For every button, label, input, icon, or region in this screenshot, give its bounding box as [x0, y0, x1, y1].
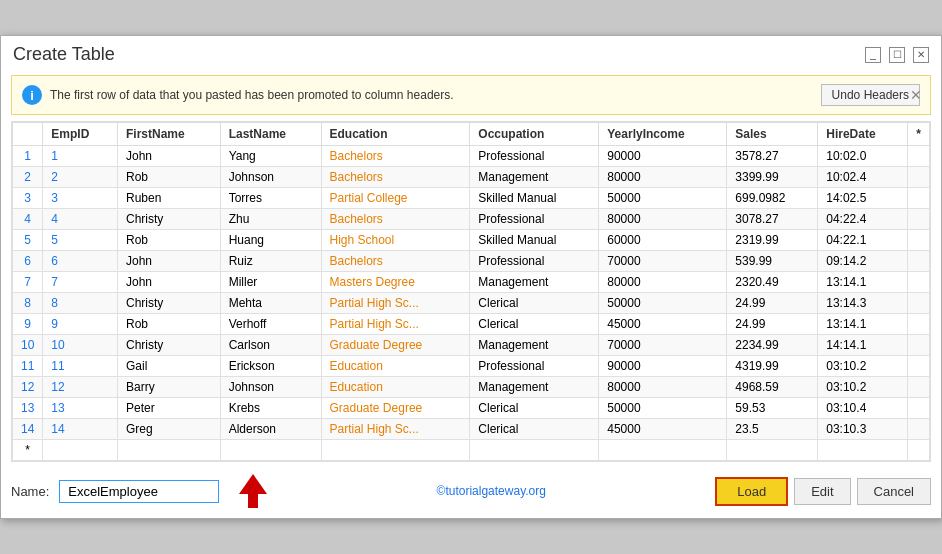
sales-cell: 24.99: [727, 293, 818, 314]
name-input[interactable]: [59, 480, 219, 503]
table-row[interactable]: 1111GailEricksonEducationProfessional900…: [13, 356, 930, 377]
sales-cell: 2320.49: [727, 272, 818, 293]
new-row-star: *: [13, 440, 43, 461]
hiredate-cell: 04:22.4: [818, 209, 908, 230]
empty-cell: [117, 440, 220, 461]
star-cell: [908, 188, 930, 209]
notification-bar: i The first row of data that you pasted …: [11, 75, 931, 115]
empty-cell: [470, 440, 599, 461]
education-cell: Partial High Sc...: [321, 293, 470, 314]
copyright-text: ©tutorialgateway.org: [277, 484, 705, 498]
education-cell: High School: [321, 230, 470, 251]
star-cell: [908, 209, 930, 230]
occupation-cell: Clerical: [470, 419, 599, 440]
table-row[interactable]: 44ChristyZhuBachelorsProfessional8000030…: [13, 209, 930, 230]
firstname-cell: Gail: [117, 356, 220, 377]
yearlyincome-cell: 70000: [599, 335, 727, 356]
empid-cell: 12: [43, 377, 118, 398]
maximize-button[interactable]: ☐: [889, 47, 905, 63]
empty-cell: [321, 440, 470, 461]
star-cell: [908, 398, 930, 419]
lastname-cell: Krebs: [220, 398, 321, 419]
lastname-cell: Ruiz: [220, 251, 321, 272]
occupation-cell: Professional: [470, 209, 599, 230]
hiredate-cell: 13:14.3: [818, 293, 908, 314]
notification-close-icon[interactable]: ✕: [910, 87, 922, 103]
occupation-cell: Clerical: [470, 314, 599, 335]
hiredate-cell: 13:14.1: [818, 314, 908, 335]
occupation-cell: Management: [470, 167, 599, 188]
load-button[interactable]: Load: [715, 477, 788, 506]
new-row-indicator: *: [13, 440, 930, 461]
empid-cell: 7: [43, 272, 118, 293]
undo-headers-button[interactable]: Undo Headers: [821, 84, 920, 106]
occupation-cell: Skilled Manual: [470, 188, 599, 209]
lastname-header[interactable]: LastName: [220, 123, 321, 146]
hiredate-cell: 03:10.2: [818, 356, 908, 377]
lastname-cell: Verhoff: [220, 314, 321, 335]
table-row[interactable]: 88ChristyMehtaPartial High Sc...Clerical…: [13, 293, 930, 314]
star-cell: [908, 356, 930, 377]
row-number-cell: 4: [13, 209, 43, 230]
star-cell: [908, 167, 930, 188]
table-row[interactable]: 1010ChristyCarlsonGraduate DegreeManagem…: [13, 335, 930, 356]
table-row[interactable]: 1212BarryJohnsonEducationManagement80000…: [13, 377, 930, 398]
occupation-cell: Clerical: [470, 398, 599, 419]
star-cell: [908, 293, 930, 314]
occupation-cell: Management: [470, 272, 599, 293]
empty-cell: [43, 440, 118, 461]
lastname-cell: Zhu: [220, 209, 321, 230]
hiredate-cell: 09:14.2: [818, 251, 908, 272]
table-row[interactable]: 55RobHuangHigh SchoolSkilled Manual60000…: [13, 230, 930, 251]
data-table: EmpID FirstName LastName Education Occup…: [12, 122, 930, 461]
education-cell: Education: [321, 356, 470, 377]
cancel-button[interactable]: Cancel: [857, 478, 931, 505]
row-number-cell: 13: [13, 398, 43, 419]
education-cell: Bachelors: [321, 146, 470, 167]
lastname-cell: Miller: [220, 272, 321, 293]
create-table-window: Create Table ⎯ ☐ ✕ i The first row of da…: [0, 35, 942, 519]
empid-cell: 13: [43, 398, 118, 419]
yearlyincome-header[interactable]: YearlyIncome: [599, 123, 727, 146]
firstname-header[interactable]: FirstName: [117, 123, 220, 146]
table-row[interactable]: 33RubenTorresPartial CollegeSkilled Manu…: [13, 188, 930, 209]
empid-cell: 14: [43, 419, 118, 440]
education-cell: Partial High Sc...: [321, 314, 470, 335]
notification-message: The first row of data that you pasted ha…: [50, 88, 813, 102]
hiredate-cell: 14:14.1: [818, 335, 908, 356]
sales-cell: 699.0982: [727, 188, 818, 209]
yearlyincome-cell: 50000: [599, 293, 727, 314]
table-row[interactable]: 11JohnYangBachelorsProfessional900003578…: [13, 146, 930, 167]
empid-header[interactable]: EmpID: [43, 123, 118, 146]
hiredate-header[interactable]: HireDate: [818, 123, 908, 146]
star-cell: [908, 146, 930, 167]
hiredate-cell: 03:10.2: [818, 377, 908, 398]
window-controls: ⎯ ☐ ✕: [865, 47, 929, 63]
row-number-cell: 2: [13, 167, 43, 188]
lastname-cell: Torres: [220, 188, 321, 209]
yearlyincome-cell: 45000: [599, 314, 727, 335]
occupation-cell: Clerical: [470, 293, 599, 314]
lastname-cell: Alderson: [220, 419, 321, 440]
sales-cell: 4319.99: [727, 356, 818, 377]
occupation-header[interactable]: Occupation: [470, 123, 599, 146]
edit-button[interactable]: Edit: [794, 478, 850, 505]
table-row[interactable]: 99RobVerhoffPartial High Sc...Clerical45…: [13, 314, 930, 335]
education-header[interactable]: Education: [321, 123, 470, 146]
hiredate-cell: 03:10.3: [818, 419, 908, 440]
close-button[interactable]: ✕: [913, 47, 929, 63]
yearlyincome-cell: 60000: [599, 230, 727, 251]
empid-cell: 1: [43, 146, 118, 167]
table-row[interactable]: 1313PeterKrebsGraduate DegreeClerical500…: [13, 398, 930, 419]
minimize-button[interactable]: ⎯: [865, 47, 881, 63]
table-row[interactable]: 66JohnRuizBachelorsProfessional70000539.…: [13, 251, 930, 272]
sales-cell: 539.99: [727, 251, 818, 272]
row-number-cell: 9: [13, 314, 43, 335]
table-row[interactable]: 1414GregAldersonPartial High Sc...Cleric…: [13, 419, 930, 440]
table-row[interactable]: 22RobJohnsonBachelorsManagement800003399…: [13, 167, 930, 188]
empid-cell: 11: [43, 356, 118, 377]
star-cell: [908, 335, 930, 356]
table-row[interactable]: 77JohnMillerMasters DegreeManagement8000…: [13, 272, 930, 293]
sales-cell: 3399.99: [727, 167, 818, 188]
sales-header[interactable]: Sales: [727, 123, 818, 146]
